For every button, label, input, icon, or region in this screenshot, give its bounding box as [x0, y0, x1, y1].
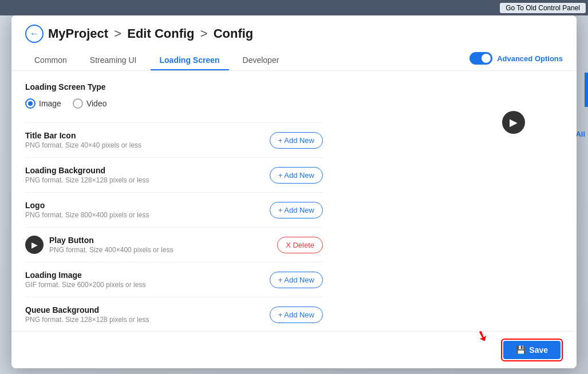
save-button-wrapper: 💾 Save — [501, 339, 563, 361]
field-queue-background-name: Queue Background — [25, 305, 149, 315]
modal-header: ← MyProject > Edit Config > Config Commo… — [11, 15, 577, 71]
field-play-button-name: Play Button — [49, 236, 173, 245]
field-title-bar-icon-info: Title Bar Icon PNG format. Size 40×40 pi… — [25, 131, 141, 149]
top-bar: Go To Old Control Panel — [0, 0, 588, 15]
radio-video[interactable]: Video — [73, 98, 107, 109]
play-button-icon: ▶ — [25, 236, 44, 254]
tab-developer[interactable]: Developer — [234, 51, 289, 70]
field-title-bar-icon-name: Title Bar Icon — [25, 131, 141, 140]
play-button-with-icon: ▶ Play Button PNG format. Size 400×400 p… — [25, 236, 173, 254]
breadcrumb-project: MyProject — [48, 26, 108, 41]
field-logo-hint: PNG format. Size 800×400 pixels or less — [25, 211, 149, 219]
breadcrumb: ← MyProject > Edit Config > Config — [25, 25, 563, 43]
modal: ← MyProject > Edit Config > Config Commo… — [11, 15, 577, 368]
save-button[interactable]: 💾 Save — [503, 341, 561, 359]
radio-circle-image — [25, 98, 35, 109]
field-play-button-info: Play Button PNG format. Size 400×400 pix… — [49, 236, 173, 254]
add-loading-image-button[interactable]: + Add New — [270, 272, 323, 288]
field-queue-background-hint: PNG format. Size 128×128 pixels or less — [25, 316, 149, 324]
add-title-bar-icon-button[interactable]: + Add New — [270, 132, 323, 149]
back-button[interactable]: ← — [25, 25, 44, 43]
field-title-bar-icon: Title Bar Icon PNG format. Size 40×40 pi… — [25, 122, 323, 157]
breadcrumb-edit-config: Edit Config — [127, 26, 194, 41]
field-title-bar-icon-hint: PNG format. Size 40×40 pixels or less — [25, 141, 141, 149]
advanced-options-label: Advanced Options — [497, 54, 563, 63]
preview-area: ▶ — [496, 105, 531, 140]
breadcrumb-config: Config — [214, 26, 254, 41]
field-loading-image-info: Loading Image GIF format. Size 600×200 p… — [25, 270, 145, 289]
field-logo: Logo PNG format. Size 800×400 pixels or … — [25, 192, 323, 227]
breadcrumb-sep1: > — [114, 26, 125, 41]
field-loading-background-info: Loading Background PNG format. Size 128×… — [25, 166, 149, 184]
tab-streaming-ui[interactable]: Streaming UI — [81, 51, 146, 70]
tab-loading-screen[interactable]: Loading Screen — [151, 51, 229, 70]
old-panel-button[interactable]: Go To Old Control Panel — [500, 3, 586, 13]
modal-body: Loading Screen Type Image Video Title Ba… — [11, 71, 577, 331]
field-play-button: ▶ Play Button PNG format. Size 400×400 p… — [25, 227, 323, 262]
field-loading-background-hint: PNG format. Size 128×128 pixels or less — [25, 176, 149, 184]
radio-label-video: Video — [86, 99, 107, 108]
field-logo-name: Logo — [25, 201, 149, 210]
side-label-all: All — [575, 130, 585, 138]
field-loading-image-hint: GIF format. Size 600×200 pixels or less — [25, 281, 145, 289]
tab-common[interactable]: Common — [25, 51, 76, 70]
field-logo-info: Logo PNG format. Size 800×400 pixels or … — [25, 201, 149, 219]
blue-bar — [585, 73, 588, 107]
tabs-container: Common Streaming UI Loading Screen Devel… — [25, 51, 563, 70]
field-loading-background: Loading Background PNG format. Size 128×… — [25, 157, 323, 192]
field-play-button-hint: PNG format. Size 400×400 pixels or less — [49, 246, 173, 254]
add-logo-button[interactable]: + Add New — [270, 202, 323, 218]
save-label: Save — [529, 345, 548, 355]
modal-footer: ➘ 💾 Save — [11, 331, 577, 368]
advanced-options-toggle[interactable] — [469, 52, 492, 65]
delete-play-button[interactable]: X Delete — [277, 237, 323, 253]
radio-image[interactable]: Image — [25, 98, 61, 109]
radio-group-type: Image Video — [25, 98, 563, 109]
breadcrumb-text: MyProject > Edit Config > Config — [48, 26, 253, 41]
field-loading-background-name: Loading Background — [25, 166, 149, 175]
field-loading-image: Loading Image GIF format. Size 600×200 p… — [25, 262, 323, 297]
radio-label-image: Image — [39, 99, 61, 108]
breadcrumb-sep2: > — [197, 26, 211, 41]
section-loading-screen-type: Loading Screen Type — [25, 82, 563, 91]
field-queue-background-info: Queue Background PNG format. Size 128×12… — [25, 305, 149, 324]
field-queue-background: Queue Background PNG format. Size 128×12… — [25, 297, 323, 331]
field-loading-image-name: Loading Image — [25, 270, 145, 280]
save-icon: 💾 — [516, 345, 526, 355]
preview-play-icon: ▶ — [502, 111, 525, 134]
advanced-options-container: Advanced Options — [469, 52, 563, 69]
radio-circle-video — [73, 98, 83, 109]
add-loading-background-button[interactable]: + Add New — [270, 167, 323, 184]
add-queue-background-button[interactable]: + Add New — [270, 307, 323, 323]
